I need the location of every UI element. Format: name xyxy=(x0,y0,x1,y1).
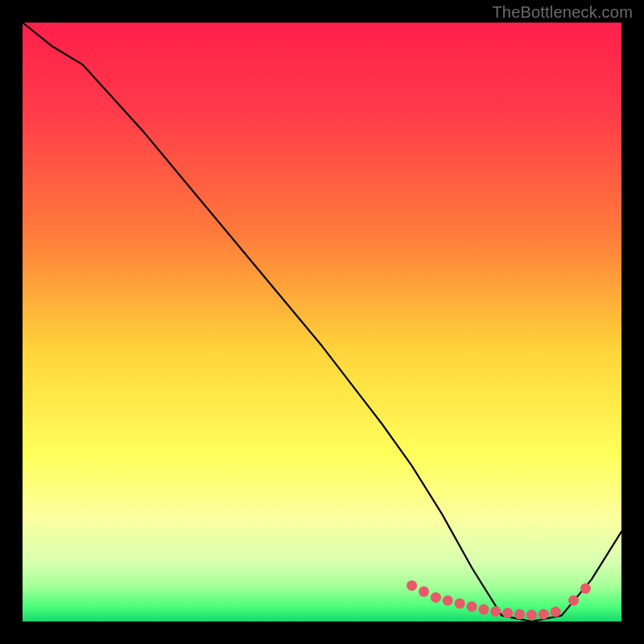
highlight-point xyxy=(514,609,525,620)
highlight-point xyxy=(431,592,441,603)
highlight-point xyxy=(478,605,489,615)
highlight-point xyxy=(539,609,549,620)
highlight-point xyxy=(467,601,477,612)
highlight-point xyxy=(419,586,429,597)
plot-background xyxy=(23,23,621,621)
highlight-point xyxy=(551,607,561,617)
highlight-point xyxy=(407,580,417,591)
highlight-point xyxy=(490,606,501,617)
bottleneck-chart xyxy=(0,0,644,644)
highlight-point xyxy=(568,596,579,606)
highlight-point xyxy=(526,609,537,620)
highlight-point xyxy=(502,608,513,618)
highlight-point xyxy=(580,584,591,594)
highlight-point xyxy=(443,596,453,606)
highlight-point xyxy=(455,598,465,609)
watermark-label: TheBottleneck.com xyxy=(492,3,633,22)
chart-stage: TheBottleneck.com xyxy=(0,0,644,644)
